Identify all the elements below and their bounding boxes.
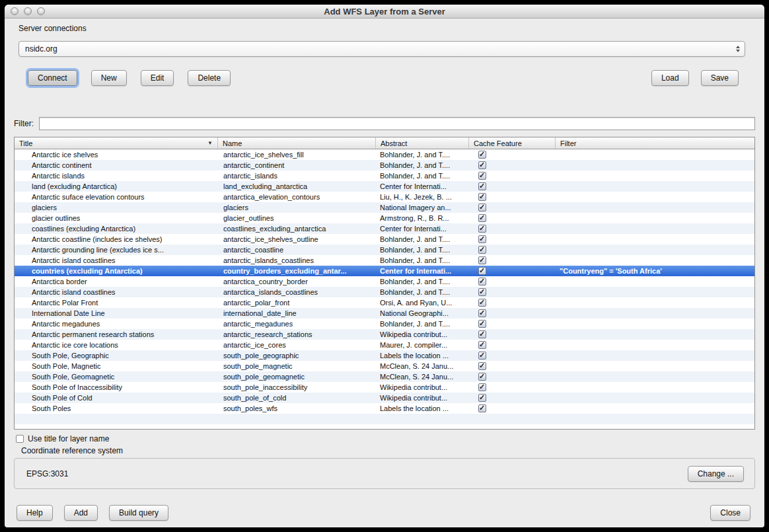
zoom-window-button[interactable]: [37, 7, 45, 15]
edit-button[interactable]: Edit: [141, 70, 174, 86]
table-row[interactable]: South Poles south_poles_wfs Labels the l…: [15, 403, 754, 414]
cache-feature-checkbox[interactable]: [478, 309, 486, 317]
row-abstract: McClean, S. 24 Janu...: [376, 362, 469, 370]
build-query-button[interactable]: Build query: [109, 505, 168, 521]
cache-feature-checkbox[interactable]: [478, 161, 486, 169]
column-header-cache-feature[interactable]: Cache Feature: [469, 137, 556, 149]
table-row[interactable]: land (excluding Antarctica) land_excludi…: [15, 181, 754, 192]
cache-feature-checkbox[interactable]: [478, 182, 486, 190]
table-row[interactable]: South Pole of Cold south_pole_of_cold Wi…: [15, 393, 754, 403]
table-row[interactable]: Antarctic continent antarctic_continent …: [15, 160, 754, 171]
cache-feature-checkbox[interactable]: [478, 352, 486, 360]
minimize-window-button[interactable]: [24, 7, 32, 15]
row-name: antarctic_continent: [218, 161, 376, 169]
cache-feature-checkbox[interactable]: [478, 404, 486, 412]
table-row[interactable]: coastlines (excluding Antarctica) coastl…: [15, 223, 754, 234]
table-row[interactable]: Antarctic ice shelves antarctic_ice_shel…: [15, 149, 754, 160]
row-cache-cell: [469, 214, 556, 222]
table-row[interactable]: South Pole, Geomagnetic south_pole_geoma…: [15, 371, 754, 382]
cache-feature-checkbox[interactable]: [478, 341, 486, 349]
row-title: Antarctic islands: [15, 172, 218, 180]
row-title: International Date Line: [15, 309, 218, 317]
column-header-title[interactable]: Title ▼: [15, 137, 218, 149]
add-button[interactable]: Add: [64, 505, 98, 521]
table-row[interactable]: Antarctic suface elevation contours anta…: [15, 192, 754, 202]
cache-feature-checkbox[interactable]: [478, 225, 486, 233]
row-name: antarctic_ice_shelves_outline: [218, 235, 376, 243]
dialog-footer: Help Add Build query Close: [17, 505, 751, 521]
row-abstract: National Geographi...: [376, 309, 469, 317]
close-button[interactable]: Close: [710, 505, 751, 521]
row-name: country_borders_excluding_antar...: [218, 267, 376, 275]
row-title: countries (excluding Antarctica): [15, 267, 218, 275]
cache-feature-checkbox[interactable]: [478, 299, 486, 307]
cache-feature-checkbox[interactable]: [478, 320, 486, 328]
cache-feature-checkbox[interactable]: [478, 394, 486, 402]
row-name: south_pole_of_cold: [218, 394, 376, 402]
table-row[interactable]: Antarctic permanent research stations an…: [15, 329, 754, 340]
row-title: Antarctica border: [15, 278, 218, 285]
cache-feature-checkbox[interactable]: [478, 330, 486, 338]
table-row[interactable]: Antarctic grounding line (excludes ice s…: [15, 245, 754, 255]
table-row[interactable]: Antarctic island coastlines antarctica_i…: [15, 287, 754, 297]
save-button[interactable]: Save: [701, 70, 739, 86]
table-row[interactable]: Antarctic island coastlines antarctic_is…: [15, 255, 754, 266]
row-cache-cell: [469, 330, 556, 338]
cache-feature-checkbox[interactable]: [478, 214, 486, 222]
cache-feature-checkbox[interactable]: [478, 235, 486, 243]
window-titlebar[interactable]: Add WFS Layer from a Server: [5, 5, 764, 19]
delete-button[interactable]: Delete: [188, 70, 231, 86]
row-abstract: Labels the location ...: [376, 404, 469, 412]
row-cache-cell: [469, 193, 556, 201]
cache-feature-checkbox[interactable]: [478, 288, 486, 296]
table-row[interactable]: Antarctic islands antarctic_islands Bohl…: [15, 171, 754, 181]
row-title: Antarctic permanent research stations: [15, 330, 218, 338]
cache-feature-checkbox[interactable]: [478, 278, 486, 285]
table-row[interactable]: glacier outlines glacier_outlines Armstr…: [15, 213, 754, 223]
row-cache-cell: [469, 352, 556, 360]
column-header-name[interactable]: Name: [218, 137, 376, 149]
table-row[interactable]: Antarctic ice core locations antarctic_i…: [15, 340, 754, 350]
close-window-button[interactable]: [11, 7, 18, 15]
row-name: glaciers: [218, 204, 376, 211]
use-title-checkbox[interactable]: [16, 435, 24, 443]
row-name: coastlines_excluding_antarctica: [218, 225, 376, 233]
column-header-abstract[interactable]: Abstract: [376, 137, 469, 149]
table-row[interactable]: Antarctic Polar Front antarctic_polar_fr…: [15, 297, 754, 308]
table-row[interactable]: Antarctic megadunes antarctic_megadunes …: [15, 319, 754, 329]
row-name: antarctic_islands: [218, 172, 376, 180]
help-button[interactable]: Help: [17, 505, 53, 521]
cache-feature-checkbox[interactable]: [478, 362, 486, 370]
table-row[interactable]: South Pole, Geographic south_pole_geogra…: [15, 350, 754, 361]
table-row[interactable]: countries (excluding Antarctica) country…: [15, 266, 754, 276]
cache-feature-checkbox[interactable]: [478, 172, 486, 180]
cache-feature-checkbox[interactable]: [478, 383, 486, 391]
load-button[interactable]: Load: [651, 70, 689, 86]
column-header-filter[interactable]: Filter: [556, 137, 754, 149]
table-row[interactable]: glaciers glaciers National Imagery an...: [15, 202, 754, 213]
table-row[interactable]: South Pole of Inaccessibility south_pole…: [15, 382, 754, 393]
arrow-up-icon: [736, 46, 740, 48]
change-crs-button[interactable]: Change ...: [688, 466, 744, 482]
table-row[interactable]: International Date Line international_da…: [15, 308, 754, 319]
cache-feature-checkbox[interactable]: [478, 256, 486, 264]
row-abstract: Center for Internati...: [376, 225, 469, 233]
table-row[interactable]: South Pole, Magnetic south_pole_magnetic…: [15, 361, 754, 371]
cache-feature-checkbox[interactable]: [478, 267, 486, 275]
row-abstract: Liu, H., K. Jezek, B. ...: [376, 193, 469, 201]
filter-input[interactable]: [39, 117, 755, 130]
row-cache-cell: [469, 256, 556, 264]
cache-feature-checkbox[interactable]: [478, 151, 486, 159]
cache-feature-checkbox[interactable]: [478, 246, 486, 254]
connect-button[interactable]: Connect: [28, 70, 77, 86]
server-connection-select[interactable]: nsidc.org: [18, 41, 745, 57]
table-row[interactable]: Antarctica border antarctica_country_bor…: [15, 276, 754, 287]
cache-feature-checkbox[interactable]: [478, 204, 486, 211]
row-abstract: Bohlander, J. and T....: [376, 161, 469, 169]
table-row[interactable]: Antarctic coastline (includes ice shelve…: [15, 234, 754, 245]
cache-feature-checkbox[interactable]: [478, 373, 486, 381]
new-button[interactable]: New: [91, 70, 127, 86]
cache-feature-checkbox[interactable]: [478, 193, 486, 201]
crs-label: Coordinate reference system: [21, 446, 755, 455]
row-cache-cell: [469, 309, 556, 317]
